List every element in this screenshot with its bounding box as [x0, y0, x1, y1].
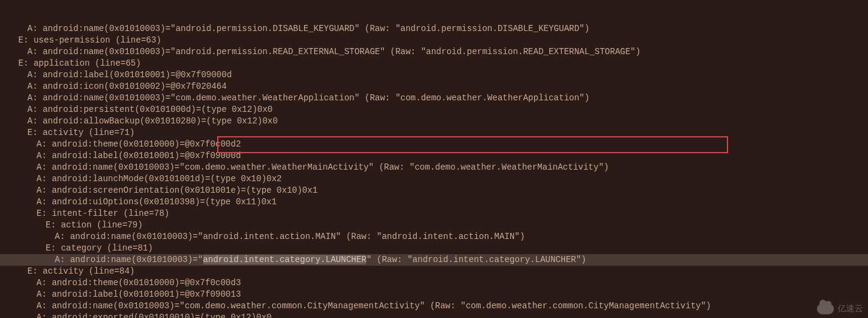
- output-line: A: android:name(0x01010003)="android.int…: [0, 231, 868, 243]
- manifest-dump: A: android:name(0x01010003)="android.per…: [0, 23, 868, 318]
- terminal-output[interactable]: A: android:name(0x01010003)="android.per…: [0, 0, 868, 318]
- output-line: E: activity (line=84): [0, 266, 868, 277]
- output-line: A: android:uiOptions(0x01010398)=(type 0…: [0, 196, 868, 208]
- watermark: 亿速云: [817, 303, 863, 314]
- text-segment: A: android:name(0x01010003)=": [55, 255, 203, 264]
- output-line: A: android:allowBackup(0x01010280)=(type…: [0, 116, 868, 127]
- output-line: A: android:persistent(0x0101000d)=(type …: [0, 104, 868, 116]
- output-line: A: android:name(0x01010003)="android.per…: [0, 46, 868, 58]
- cloud-icon: [817, 303, 834, 314]
- output-line: A: android:screenOrientation(0x0101001e)…: [0, 185, 868, 196]
- output-line: A: android:name(0x01010003)="android.per…: [0, 23, 868, 35]
- output-line: A: android:theme(0x01010000)=@0x7f0c00d3: [0, 277, 868, 289]
- output-line: A: android:name(0x01010003)="com.demo.we…: [0, 92, 868, 104]
- text-segment: " (Raw: "android.intent.category.LAUNCHE…: [366, 255, 586, 264]
- output-line: A: android:name(0x01010003)="com.demo.we…: [0, 162, 868, 173]
- output-line: A: android:name(0x01010003)="com.demo.we…: [0, 300, 868, 312]
- output-line: E: uses-permission (line=63): [0, 35, 868, 46]
- selected-text[interactable]: android.intent.category.LAUNCHER: [203, 255, 367, 264]
- output-line: A: android:theme(0x01010000)=@0x7f0c00d2: [0, 139, 868, 150]
- output-line: E: application (line=65): [0, 58, 868, 69]
- output-line: A: android:exported(0x01010010)=(type 0x…: [0, 312, 868, 318]
- output-line: A: android:label(0x01010001)=@0x7f09000d: [0, 150, 868, 162]
- output-line: A: android:label(0x01010001)=@0x7f090013: [0, 289, 868, 300]
- output-line: E: category (line=81): [0, 243, 868, 254]
- output-line: E: action (line=79): [0, 219, 868, 231]
- output-line: A: android:icon(0x01010002)=@0x7f020464: [0, 81, 868, 92]
- watermark-text: 亿速云: [838, 303, 863, 314]
- output-line: A: android:name(0x01010003)="android.int…: [0, 254, 868, 266]
- output-line: E: activity (line=71): [0, 127, 868, 139]
- output-line: E: intent-filter (line=78): [0, 208, 868, 219]
- output-line: A: android:launchMode(0x0101001d)=(type …: [0, 173, 868, 185]
- output-line: A: android:label(0x01010001)=@0x7f09000d: [0, 69, 868, 81]
